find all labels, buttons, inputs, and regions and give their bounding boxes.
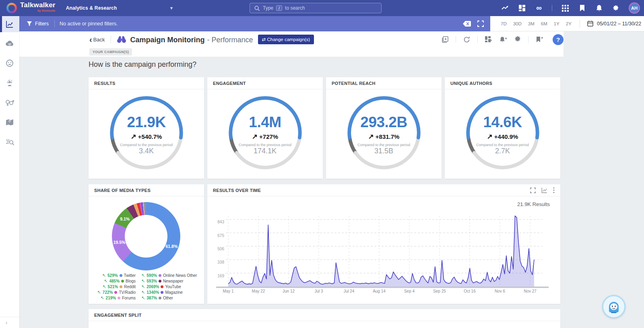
infinity-icon[interactable]: ∞ <box>535 4 543 12</box>
header-divider <box>111 35 111 43</box>
copy-dashboard-icon[interactable] <box>442 36 448 43</box>
legend-item-online-news-other[interactable]: ↖590%Online News Other <box>141 273 197 278</box>
legend-item-twitter[interactable]: ↖529%Twitter <box>102 273 136 278</box>
header-actions <box>442 36 553 43</box>
add-alert-icon[interactable] <box>500 36 507 43</box>
time-card-title: RESULTS OVER TIME <box>213 188 261 193</box>
search-input[interactable]: Type / to search <box>250 3 382 13</box>
donut-slice-label: 61.8% <box>165 244 178 249</box>
legend-color-dot <box>120 274 122 277</box>
sidebar-item-search-topics[interactable] <box>0 134 19 151</box>
sidebar-item-influencers[interactable] <box>0 74 19 91</box>
svg-text:Sep 4: Sep 4 <box>404 289 415 293</box>
slash-key-badge: / <box>276 5 282 11</box>
kpi-gauge[interactable]: 21.9K ↗+540.7% Compared to the previous … <box>107 93 186 174</box>
kpi-title: UNIQUE AUTHORS <box>445 77 560 89</box>
legend-item-reddit[interactable]: ↖521%Reddit <box>102 284 136 289</box>
preset-3m[interactable]: 3M <box>528 21 535 26</box>
apps-grid-icon[interactable] <box>561 4 569 12</box>
preset-30d[interactable]: 30D <box>513 21 522 26</box>
legend-item-blogs[interactable]: ↖485%Blogs <box>104 278 136 284</box>
add-bookmark-icon[interactable] <box>536 36 543 43</box>
sidebar-item-media[interactable] <box>0 35 19 52</box>
legend-label: Twitter <box>124 273 136 278</box>
kpi-previous-value: 31.5B <box>374 147 393 155</box>
svg-text:Nov 27: Nov 27 <box>524 289 537 293</box>
sidebar-expand-chevron[interactable]: › <box>0 317 19 328</box>
settings-gear-icon[interactable] <box>612 4 620 12</box>
refresh-icon[interactable] <box>463 36 470 43</box>
legend-label: Blogs <box>126 279 136 283</box>
workspace-dropdown[interactable]: Analytics & Research ▼ <box>66 5 174 11</box>
svg-text:338: 338 <box>217 260 224 264</box>
kpi-gauge[interactable]: 14.6K ↗+440.9% Compared to the previous … <box>463 93 542 174</box>
preset-6m[interactable]: 6M <box>541 21 547 26</box>
expand-chart-icon[interactable] <box>530 188 536 193</box>
chat-assistant-button[interactable] <box>602 295 625 318</box>
legend-color-dot <box>161 285 163 288</box>
kebab-menu-icon[interactable] <box>553 187 555 193</box>
legend-growth: 521% <box>108 285 118 289</box>
preset-7d[interactable]: 7D <box>501 21 507 26</box>
help-button[interactable]: ? <box>553 34 564 45</box>
legend-item-forums[interactable]: ↖219%Forums <box>100 295 136 301</box>
svg-text:Jul 3: Jul 3 <box>314 289 323 293</box>
chart-type-icon[interactable] <box>541 187 547 193</box>
legend-item-other[interactable]: ↖387%Other <box>141 295 173 301</box>
kpi-value: 293.2B <box>360 114 407 131</box>
kpi-gauge[interactable]: 293.2B ↗+831.7% Compared to the previous… <box>345 93 423 174</box>
legend-item-youtube[interactable]: ↖2069%YouTube <box>141 284 181 289</box>
kpi-title: POTENTIAL REACH <box>326 77 442 89</box>
kpi-card-unique-authors: UNIQUE AUTHORS 14.6K ↗+440.9% Compared t… <box>445 77 560 179</box>
growth-arrow-icon: ↖ <box>141 290 145 295</box>
sidebar-spacer <box>0 151 19 317</box>
analytics-trend-icon[interactable] <box>501 4 509 12</box>
widget-settings-gear-icon[interactable] <box>514 36 521 43</box>
kpi-value: 1.4M <box>249 114 281 131</box>
sidebar-item-sentiment[interactable] <box>0 55 19 72</box>
time-presets: 7D30D3M6M1Y2Y <box>490 21 572 26</box>
kpi-title: RESULTS <box>89 77 204 89</box>
add-widget-icon[interactable] <box>485 36 492 43</box>
dashboards-icon[interactable] <box>518 4 526 12</box>
filters-button[interactable]: Filters <box>19 21 54 27</box>
donut-hole <box>125 215 167 258</box>
back-button[interactable]: ‹ Back <box>89 37 105 43</box>
header-actions-divider2 <box>477 36 478 43</box>
media-types-legend: ↖529%Twitter↖590%Online News Other↖485%B… <box>93 273 202 301</box>
fullscreen-icon[interactable] <box>477 21 484 27</box>
trend-up-icon: ↗ <box>252 132 258 141</box>
user-avatar[interactable]: AH <box>629 2 640 14</box>
talkwalker-logo[interactable]: Talkwalker by Hootsuite <box>0 2 61 14</box>
sidebar-item-demographics[interactable] <box>0 94 19 111</box>
svg-text:843: 843 <box>217 220 224 224</box>
change-campaign-button[interactable]: ⇄ Change campaign(s) <box>258 35 314 44</box>
rangebar-divider <box>580 20 580 28</box>
share-of-media-types-card: SHARE OF MEDIA TYPES 61.8%19.5%9.1% ↖529… <box>89 184 204 304</box>
sidebar-item-performance[interactable] <box>0 16 19 32</box>
kpi-card-engagement: ENGAGEMENT 1.4M ↗+727% Compared to the p… <box>207 77 323 179</box>
legend-color-dot <box>159 274 161 277</box>
legend-item-tv-radio[interactable]: ↖722%TV/Radio <box>97 290 136 295</box>
clear-filters-icon[interactable] <box>463 21 471 27</box>
legend-item-magazine[interactable]: ↖1340%Magazine <box>141 290 183 295</box>
legend-growth: 590% <box>147 273 157 278</box>
preset-1y[interactable]: 1Y <box>554 21 559 26</box>
trend-up-icon: ↗ <box>487 132 493 141</box>
notifications-bell-icon[interactable] <box>595 4 603 12</box>
kpi-gauge[interactable]: 1.4M ↗+727% Compared to the previous per… <box>226 93 305 174</box>
legend-growth: 219% <box>106 296 116 300</box>
campaign-tag[interactable]: YOUR CAMPAIGN(S) <box>89 48 132 56</box>
navbar-divider <box>552 5 552 11</box>
filterbar-actions <box>463 21 490 27</box>
legend-item-newspaper[interactable]: ↖593%Newspaper <box>141 278 183 284</box>
sidebar-item-world-map[interactable] <box>0 114 19 131</box>
trend-up-icon: ↗ <box>368 132 374 141</box>
svg-text:Nov 6: Nov 6 <box>495 289 506 293</box>
back-label: Back <box>93 37 105 43</box>
bookmark-icon[interactable] <box>578 4 586 12</box>
results-over-time-chart[interactable]: 169338506675843May 1May 22Jun 12Jul 3Jul… <box>212 211 554 296</box>
date-range-picker[interactable]: 05/01/22 – 11/30/22 <box>587 21 641 27</box>
preset-2y[interactable]: 2Y <box>566 21 572 26</box>
svg-text:675: 675 <box>217 233 224 238</box>
